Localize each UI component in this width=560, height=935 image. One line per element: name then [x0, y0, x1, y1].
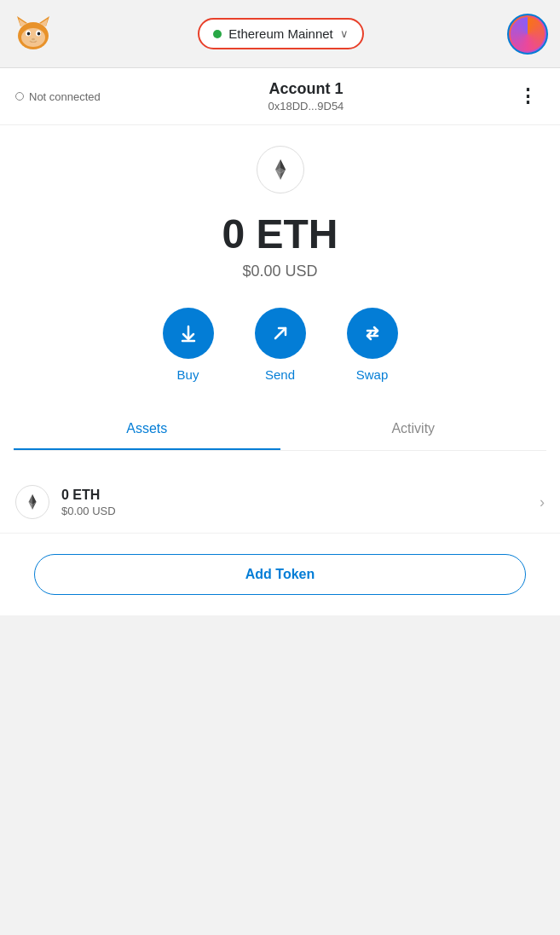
account-bar: Not connected Account 1 0x18DD...9D54 ⋮: [0, 68, 560, 125]
buy-label: Buy: [177, 367, 199, 382]
swap-button-group[interactable]: Swap: [347, 308, 398, 382]
account-info: Account 1 0x18DD...9D54: [268, 80, 344, 113]
main-content: 0 ETH $0.00 USD Buy Send: [0, 125, 560, 471]
not-connected-dot: [15, 92, 24, 101]
buy-button-group[interactable]: Buy: [163, 308, 214, 382]
avatar-graphic: [511, 17, 545, 51]
connection-status: Not connected: [15, 90, 101, 103]
token-item-eth[interactable]: 0 ETH $0.00 USD ›: [0, 471, 560, 534]
logo-area: [12, 13, 55, 55]
eth-icon-wrapper: [257, 146, 304, 193]
add-token-button[interactable]: Add Token: [34, 554, 526, 595]
swap-label: Swap: [356, 367, 389, 382]
more-options-button[interactable]: ⋮: [511, 82, 545, 111]
svg-line-19: [275, 328, 286, 338]
balance-usd: $0.00 USD: [14, 263, 546, 280]
network-status-dot: [213, 30, 222, 38]
svg-point-11: [29, 38, 38, 43]
metamask-logo: [12, 13, 55, 55]
eth-icon: [267, 156, 294, 183]
token-eth-icon: [15, 485, 49, 519]
chevron-down-icon: ∨: [340, 27, 349, 40]
svg-point-9: [38, 32, 41, 35]
send-icon: [269, 322, 292, 344]
eth-token-icon: [22, 492, 43, 512]
send-label: Send: [265, 367, 295, 382]
network-selector[interactable]: Ethereum Mainnet ∨: [198, 18, 364, 49]
tabs: Assets Activity: [14, 409, 546, 451]
token-list: 0 ETH $0.00 USD ›: [0, 471, 560, 534]
balance-eth: 0 ETH: [14, 211, 546, 257]
tab-activity[interactable]: Activity: [280, 409, 547, 450]
swap-button[interactable]: [347, 308, 398, 359]
account-name: Account 1: [268, 80, 344, 98]
account-avatar[interactable]: [507, 14, 548, 55]
account-address: 0x18DD...9D54: [268, 100, 344, 113]
header: Ethereum Mainnet ∨: [0, 0, 560, 68]
connection-status-label: Not connected: [29, 90, 101, 103]
token-chevron-icon: ›: [540, 493, 545, 511]
svg-point-8: [27, 32, 31, 35]
swap-icon: [361, 322, 384, 344]
action-buttons: Buy Send Swap: [14, 308, 546, 382]
token-eth-amount: 0 ETH: [61, 488, 540, 503]
add-token-section: Add Token: [0, 534, 560, 615]
buy-icon: [177, 322, 199, 344]
send-button-group[interactable]: Send: [255, 308, 306, 382]
token-eth-details: 0 ETH $0.00 USD: [61, 488, 540, 517]
network-label: Ethereum Mainnet: [228, 26, 333, 41]
tab-assets[interactable]: Assets: [14, 409, 280, 450]
token-eth-usd: $0.00 USD: [61, 505, 540, 517]
buy-button[interactable]: [163, 308, 214, 359]
send-button[interactable]: [255, 308, 306, 359]
